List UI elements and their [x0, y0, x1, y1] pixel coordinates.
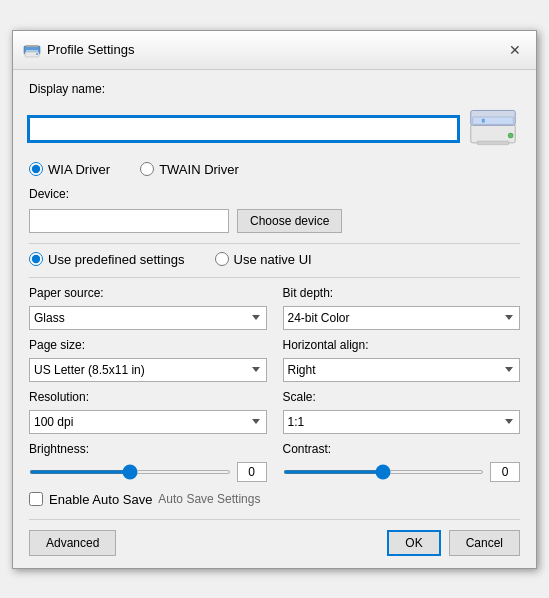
use-predefined-radio[interactable]	[29, 252, 43, 266]
dialog-body: Display name:	[13, 70, 536, 568]
scale-select[interactable]: 1:1 1:2 2:1	[283, 410, 521, 434]
title-bar-left: Profile Settings	[23, 41, 134, 59]
divider-1	[29, 243, 520, 244]
brightness-slider[interactable]	[29, 470, 231, 474]
twain-driver-option[interactable]: TWAIN Driver	[140, 162, 239, 177]
horizontal-align-group: Horizontal align: Right Left Center	[283, 338, 521, 382]
twain-driver-radio[interactable]	[140, 162, 154, 176]
divider-2	[29, 277, 520, 278]
use-predefined-label: Use predefined settings	[48, 252, 185, 267]
wia-driver-option[interactable]: WIA Driver	[29, 162, 110, 177]
device-label: Device:	[29, 187, 520, 201]
contrast-label: Contrast:	[283, 442, 521, 456]
right-buttons: OK Cancel	[387, 530, 520, 556]
resolution-select[interactable]: 100 dpi 200 dpi 300 dpi 600 dpi	[29, 410, 267, 434]
svg-rect-9	[477, 141, 508, 145]
svg-point-4	[36, 53, 38, 55]
scale-label: Scale:	[283, 390, 521, 404]
device-label-group: Device:	[29, 187, 520, 201]
display-name-row	[29, 104, 520, 154]
svg-point-11	[509, 133, 513, 137]
use-predefined-option[interactable]: Use predefined settings	[29, 252, 185, 267]
paper-source-group: Paper source: Glass Auto Feeder	[29, 286, 267, 330]
horizontal-align-label: Horizontal align:	[283, 338, 521, 352]
brightness-control	[29, 462, 267, 482]
wia-driver-radio[interactable]	[29, 162, 43, 176]
svg-rect-3	[26, 45, 38, 47]
title-bar: Profile Settings ✕	[13, 31, 536, 70]
driver-radio-row: WIA Driver TWAIN Driver	[29, 162, 520, 177]
page-size-select[interactable]: US Letter (8.5x11 in) A4 (8.27x11.69 in)…	[29, 358, 267, 382]
resolution-group: Resolution: 100 dpi 200 dpi 300 dpi 600 …	[29, 390, 267, 434]
contrast-slider[interactable]	[283, 470, 485, 474]
choose-device-button[interactable]: Choose device	[237, 209, 342, 233]
paper-source-select[interactable]: Glass Auto Feeder	[29, 306, 267, 330]
svg-rect-1	[26, 50, 38, 52]
bit-depth-label: Bit depth:	[283, 286, 521, 300]
horizontal-align-select[interactable]: Right Left Center	[283, 358, 521, 382]
bit-depth-select[interactable]: 24-bit Color 8-bit Gray 1-bit B&W	[283, 306, 521, 330]
scale-group: Scale: 1:1 1:2 2:1	[283, 390, 521, 434]
svg-rect-7	[473, 116, 514, 123]
brightness-group: Brightness:	[29, 442, 267, 482]
contrast-control	[283, 462, 521, 482]
cancel-button[interactable]: Cancel	[449, 530, 520, 556]
use-native-radio[interactable]	[215, 252, 229, 266]
settings-mode-radio-row: Use predefined settings Use native UI	[29, 252, 520, 267]
bit-depth-group: Bit depth: 24-bit Color 8-bit Gray 1-bit…	[283, 286, 521, 330]
device-input[interactable]	[29, 209, 229, 233]
contrast-value[interactable]	[490, 462, 520, 482]
device-row: Choose device	[29, 209, 520, 233]
autosave-label: Enable Auto Save	[49, 492, 152, 507]
dialog-icon	[23, 41, 41, 59]
display-name-group: Display name:	[29, 82, 520, 96]
advanced-button[interactable]: Advanced	[29, 530, 116, 556]
ok-button[interactable]: OK	[387, 530, 440, 556]
page-size-label: Page size:	[29, 338, 267, 352]
slider-row: Brightness: Contrast:	[29, 442, 520, 482]
paper-source-label: Paper source:	[29, 286, 267, 300]
scanner-illustration	[466, 104, 520, 154]
use-native-option[interactable]: Use native UI	[215, 252, 312, 267]
settings-grid: Paper source: Glass Auto Feeder Bit dept…	[29, 286, 520, 434]
autosave-row: Enable Auto Save Auto Save Settings	[29, 492, 520, 507]
bottom-divider	[29, 519, 520, 520]
display-name-input[interactable]	[29, 117, 458, 141]
profile-settings-dialog: Profile Settings ✕ Display name:	[12, 30, 537, 569]
button-row: Advanced OK Cancel	[29, 530, 520, 556]
dialog-title: Profile Settings	[47, 42, 134, 57]
twain-driver-label: TWAIN Driver	[159, 162, 239, 177]
svg-rect-8	[482, 118, 485, 122]
display-name-label: Display name:	[29, 82, 520, 96]
autosave-checkbox[interactable]	[29, 492, 43, 506]
brightness-label: Brightness:	[29, 442, 267, 456]
scanner-svg-icon	[468, 106, 518, 152]
contrast-group: Contrast:	[283, 442, 521, 482]
page-size-group: Page size: US Letter (8.5x11 in) A4 (8.2…	[29, 338, 267, 382]
use-native-label: Use native UI	[234, 252, 312, 267]
wia-driver-label: WIA Driver	[48, 162, 110, 177]
close-button[interactable]: ✕	[504, 39, 526, 61]
resolution-label: Resolution:	[29, 390, 267, 404]
brightness-value[interactable]	[237, 462, 267, 482]
autosave-settings-link[interactable]: Auto Save Settings	[158, 492, 260, 506]
